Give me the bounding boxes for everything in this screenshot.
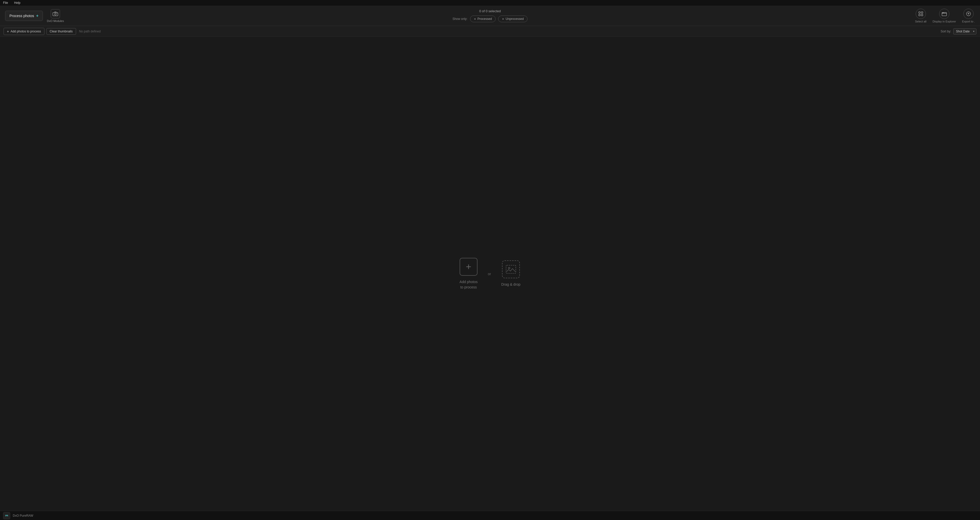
svg-point-12: [508, 267, 510, 269]
show-only-row: Show only: ✕ Processed ✕ Unprocessed: [452, 16, 528, 22]
svg-rect-11: [506, 265, 516, 273]
unprocessed-filter-button[interactable]: ✕ Unprocessed: [498, 16, 528, 22]
status-bar: PR DxO PureRAW: [0, 511, 980, 520]
svg-rect-5: [919, 14, 920, 16]
right-actions: Select all Display in Explorer Export: [915, 9, 975, 23]
add-photos-to-process-button[interactable]: + Add photos to process: [3, 28, 45, 35]
export-to-label: Export to .: [962, 20, 975, 23]
dxo-modules-button[interactable]: DxO Modules: [47, 9, 64, 22]
svg-rect-0: [53, 13, 58, 16]
processed-filter-button[interactable]: ✕ Processed: [470, 16, 496, 22]
select-all-label: Select all: [915, 20, 927, 23]
camera-icon: [51, 9, 60, 18]
main-content: Add photosto process or Drag & drop: [0, 37, 980, 511]
display-in-explorer-icon: [939, 9, 950, 19]
sort-select-wrapper: Shot Date File Name File Size ▾: [953, 28, 977, 35]
menu-bar: File Help: [0, 0, 980, 6]
clear-thumbnails-button[interactable]: Clear thumbnails: [46, 28, 76, 35]
sort-by-row: Sort by: Shot Date File Name File Size ▾: [941, 28, 977, 35]
svg-point-1: [55, 13, 56, 15]
app-name: DxO PureRAW: [13, 514, 33, 517]
select-all-icon: [916, 9, 926, 19]
menu-help[interactable]: Help: [13, 0, 21, 5]
add-plus-icon: +: [7, 29, 9, 33]
add-photos-drop-label: Add photosto process: [460, 279, 478, 290]
svg-rect-3: [919, 12, 920, 13]
svg-rect-6: [921, 14, 923, 16]
processed-filter-label: Processed: [477, 17, 492, 21]
app-logo: PR: [3, 512, 10, 519]
export-to-button[interactable]: Export to .: [962, 9, 975, 23]
sort-dropdown[interactable]: Shot Date File Name File Size: [953, 28, 977, 35]
no-path-defined-text: No path defined: [79, 30, 101, 33]
select-all-button[interactable]: Select all: [915, 9, 927, 23]
export-to-icon: [963, 9, 974, 19]
add-photos-option: Add photosto process: [460, 258, 478, 290]
clear-thumbnails-label: Clear thumbnails: [50, 30, 73, 33]
display-in-explorer-button[interactable]: Display in Explorer: [932, 9, 956, 23]
process-photos-plus-icon: +: [36, 14, 38, 18]
display-in-explorer-label: Display in Explorer: [932, 20, 956, 23]
drag-drop-label: Drag & drop: [501, 282, 520, 287]
unprocessed-filter-label: Unprocessed: [506, 17, 524, 21]
or-text: or: [488, 272, 491, 276]
selection-status: 0 of 0 selected Show only: ✕ Processed ✕…: [452, 9, 528, 22]
show-only-label: Show only:: [452, 17, 468, 21]
app-logo-text: PR: [5, 514, 8, 517]
unprocessed-x-icon: ✕: [502, 18, 504, 21]
add-photos-label: Add photos to process: [11, 30, 41, 33]
top-toolbar: Process photos + DxO Modules 0 of 0 sele…: [0, 6, 980, 26]
drag-drop-option: Drag & drop: [501, 260, 520, 287]
add-photos-box[interactable]: [460, 258, 477, 276]
svg-point-2: [57, 13, 57, 14]
secondary-toolbar: + Add photos to process Clear thumbnails…: [0, 26, 980, 37]
drop-area: Add photosto process or Drag & drop: [460, 258, 520, 290]
process-photos-button[interactable]: Process photos +: [5, 11, 43, 21]
processed-x-icon: ✕: [474, 18, 476, 21]
sort-by-label: Sort by:: [941, 30, 951, 33]
menu-file[interactable]: File: [2, 0, 9, 5]
svg-rect-4: [921, 12, 923, 13]
selected-count: 0 of 0 selected: [479, 9, 501, 13]
drag-drop-box: [502, 260, 520, 278]
dxo-modules-label: DxO Modules: [47, 19, 64, 22]
drop-actions: Add photosto process or Drag & drop: [460, 258, 520, 290]
process-photos-label: Process photos: [10, 14, 34, 18]
